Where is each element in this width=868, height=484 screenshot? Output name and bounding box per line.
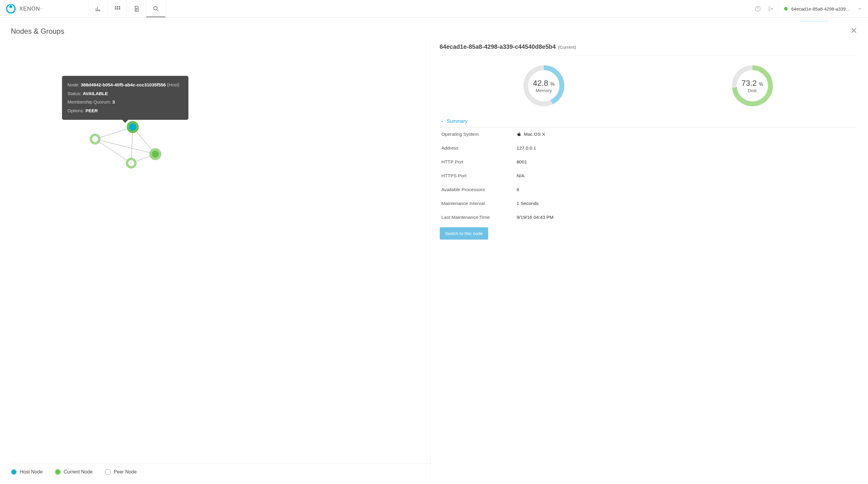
node-tooltip: Node: 388d4942-b054-40f5-ab4c-ccc31035f5… bbox=[62, 76, 188, 118]
help-icon bbox=[755, 6, 761, 12]
svg-rect-4 bbox=[117, 8, 118, 9]
close-icon bbox=[850, 27, 857, 34]
svg-rect-2 bbox=[119, 6, 120, 7]
node-graph[interactable]: Node: 388d4942-b054-40f5-ab4c-ccc31035f5… bbox=[11, 40, 428, 118]
grid-icon bbox=[114, 6, 120, 12]
brand[interactable]: XENON™ bbox=[0, 4, 88, 13]
summary-toggle[interactable]: Summary bbox=[440, 116, 857, 118]
help-button[interactable] bbox=[751, 6, 765, 12]
topology-panel: Node: 388d4942-b054-40f5-ab4c-ccc31035f5… bbox=[8, 40, 431, 118]
svg-rect-5 bbox=[119, 8, 120, 9]
node-selector[interactable]: 64ecad1e-85a8-4298-a339… bbox=[778, 0, 868, 18]
status-dot-icon bbox=[784, 7, 788, 10]
nav-grid[interactable] bbox=[108, 0, 127, 18]
navbar bbox=[88, 0, 165, 18]
nodes-groups-modal: Nodes & Groups bbox=[8, 22, 860, 118]
chevron-down-icon bbox=[858, 7, 862, 11]
svg-rect-1 bbox=[117, 6, 118, 7]
search-icon bbox=[153, 6, 159, 12]
svg-point-6 bbox=[154, 7, 157, 10]
svg-point-8 bbox=[757, 10, 758, 10]
memory-gauge: 42.8 %Memory bbox=[521, 63, 566, 108]
nav-document[interactable] bbox=[127, 0, 146, 18]
svg-rect-3 bbox=[115, 8, 116, 9]
node-selector-id: 64ecad1e-85a8-4298-a339… bbox=[791, 6, 854, 11]
logout-icon bbox=[768, 6, 774, 12]
logo-icon bbox=[6, 4, 16, 13]
disk-gauge: 73.2 %Disk bbox=[730, 63, 775, 108]
bar-chart-icon bbox=[95, 6, 101, 12]
logout-button[interactable] bbox=[765, 6, 778, 12]
document-icon bbox=[134, 6, 140, 12]
close-button[interactable] bbox=[850, 27, 857, 35]
svg-rect-0 bbox=[115, 6, 116, 7]
detail-node-id: 64ecad1e-85a8-4298-a339-c44540d8e5b4 bbox=[440, 43, 556, 50]
app-header: XENON™ 64ecad1e-85a8-4298-a339… bbox=[0, 0, 868, 18]
modal-title: Nodes & Groups bbox=[11, 27, 64, 35]
nav-search[interactable] bbox=[146, 0, 165, 18]
node-detail-panel: 64ecad1e-85a8-4298-a339-c44540d8e5b4 (Cu… bbox=[431, 40, 860, 118]
brand-name: XENON bbox=[19, 6, 40, 12]
nav-dashboard[interactable] bbox=[89, 0, 108, 18]
